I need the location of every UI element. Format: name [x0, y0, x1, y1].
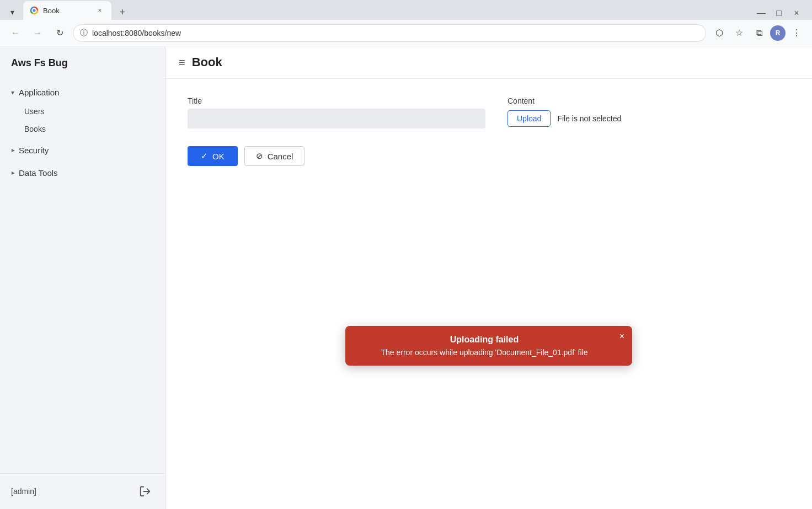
tab-dropdown-icon: ▾: [10, 8, 14, 17]
page-title: Book: [192, 55, 222, 69]
forward-button[interactable]: →: [29, 24, 46, 42]
extensions-icon: ⧉: [756, 28, 762, 38]
cast-button[interactable]: ⬡: [710, 24, 728, 42]
sidebar-nav: ▾ Application Users Books ▾ Security: [0, 78, 165, 473]
address-url: localhost:8080/books/new: [92, 29, 699, 37]
tab-favicon: [30, 6, 39, 15]
data-tools-label: Data Tools: [19, 168, 58, 178]
browser-toolbar: ← → ↻ ⓘ localhost:8080/books/new ⬡ ☆ ⧉ R…: [0, 20, 812, 46]
main-header: ≡ Book: [165, 46, 812, 79]
cancel-label: Cancel: [268, 152, 293, 161]
form-actions: ✓ OK ⊘ Cancel: [188, 146, 790, 166]
nav-section-security-header[interactable]: ▾ Security: [0, 140, 165, 160]
nav-section-application-header[interactable]: ▾ Application: [0, 82, 165, 103]
application-label: Application: [19, 88, 59, 97]
extensions-button[interactable]: ⧉: [750, 24, 768, 42]
tab-title: Book: [43, 7, 90, 15]
data-tools-chevron-icon: ▾: [9, 172, 17, 175]
browser-window: ▾ Book × + — □ ×: [0, 0, 812, 509]
hamburger-icon[interactable]: ≡: [179, 56, 185, 69]
back-button[interactable]: ←: [7, 24, 24, 42]
tab-bar: ▾ Book × + — □ ×: [0, 0, 812, 20]
ok-check-icon: ✓: [201, 151, 208, 161]
reload-icon: ↻: [56, 28, 63, 38]
ok-button[interactable]: ✓ OK: [188, 146, 238, 166]
address-bar[interactable]: ⓘ localhost:8080/books/new: [73, 24, 706, 42]
toast-close-button[interactable]: ×: [619, 331, 624, 341]
footer-username: [admin]: [11, 487, 36, 496]
svg-point-1: [33, 9, 36, 12]
main-content: ≡ Book Title Content Upload File is not …: [165, 46, 812, 509]
forward-icon: →: [33, 28, 42, 38]
title-field: Title: [188, 97, 485, 128]
upload-button[interactable]: Upload: [507, 110, 551, 127]
security-chevron-icon: ▾: [9, 149, 17, 152]
security-label: Security: [19, 146, 49, 155]
toolbar-right: ⬡ ☆ ⧉ R ⋮: [710, 24, 805, 42]
sidebar-item-books[interactable]: Books: [0, 120, 165, 138]
address-security-icon: ⓘ: [80, 28, 88, 38]
title-label: Title: [188, 97, 485, 105]
upload-row: Upload File is not selected: [507, 109, 673, 128]
toast-title: Uploading failed: [363, 335, 606, 345]
nav-section-application: ▾ Application Users Books: [0, 82, 165, 138]
nav-section-security: ▾ Security: [0, 140, 165, 160]
application-items: Users Books: [0, 103, 165, 138]
chrome-menu-button[interactable]: ⋮: [788, 24, 805, 42]
cancel-button[interactable]: ⊘ Cancel: [244, 146, 305, 166]
sidebar: Aws Fs Bug ▾ Application Users Books: [0, 46, 165, 509]
back-icon: ←: [11, 28, 20, 38]
main-body: Title Content Upload File is not selecte…: [165, 79, 812, 509]
bookmark-icon: ☆: [735, 28, 743, 38]
maximize-button[interactable]: □: [772, 7, 786, 20]
tab-dropdown-button[interactable]: ▾: [4, 4, 20, 20]
application-chevron-icon: ▾: [11, 89, 14, 97]
upload-status: File is not selected: [557, 114, 621, 123]
minimize-button[interactable]: —: [755, 7, 768, 20]
nav-section-data-tools: ▾ Data Tools: [0, 163, 165, 183]
content-field: Content Upload File is not selected: [507, 97, 673, 128]
sidebar-footer: [admin]: [0, 473, 165, 509]
sidebar-item-users[interactable]: Users: [0, 103, 165, 120]
chrome-menu-icon: ⋮: [792, 28, 801, 38]
nav-section-data-tools-header[interactable]: ▾ Data Tools: [0, 163, 165, 183]
user-avatar[interactable]: R: [770, 25, 786, 41]
error-toast: Uploading failed The error occurs while …: [345, 326, 632, 366]
tab-close-button[interactable]: ×: [95, 6, 105, 15]
active-tab[interactable]: Book ×: [23, 1, 111, 20]
bookmark-button[interactable]: ☆: [730, 24, 748, 42]
app-container: Aws Fs Bug ▾ Application Users Books: [0, 46, 812, 509]
reload-button[interactable]: ↻: [51, 24, 68, 42]
title-input[interactable]: [188, 109, 485, 128]
tab-group: ▾ Book × +: [4, 1, 130, 20]
content-label: Content: [507, 97, 673, 105]
cast-icon: ⬡: [715, 28, 723, 38]
logout-button[interactable]: [136, 483, 154, 500]
cancel-circle-icon: ⊘: [256, 151, 263, 161]
close-button[interactable]: ×: [790, 7, 803, 20]
app-brand: Aws Fs Bug: [0, 46, 165, 78]
form-row: Title Content Upload File is not selecte…: [188, 97, 790, 128]
new-tab-button[interactable]: +: [115, 4, 130, 20]
toast-container: Uploading failed The error occurs while …: [345, 326, 632, 366]
ok-label: OK: [212, 152, 225, 161]
logout-icon: [139, 485, 151, 497]
toast-message: The error occurs while uploading 'Docume…: [363, 348, 606, 357]
